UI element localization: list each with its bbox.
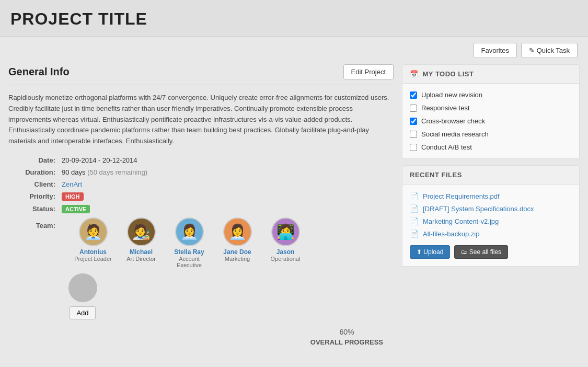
todo-card-body: Upload new revisionResponsive testCross-… bbox=[402, 84, 579, 158]
team-label: Team: bbox=[19, 222, 55, 230]
todo-checkbox[interactable] bbox=[410, 144, 417, 151]
recent-files-header: RECENT FILES bbox=[402, 166, 579, 185]
file-link[interactable]: Project Requirements.pdf bbox=[423, 192, 500, 200]
team-member[interactable]: 👩‍💻JasonOperational bbox=[264, 217, 306, 262]
right-panel: 📅 MY TODO LIST Upload new revisionRespon… bbox=[402, 64, 580, 346]
todo-checkbox[interactable] bbox=[410, 131, 417, 138]
progress-section: 60% OVERALL PROGRESS bbox=[8, 328, 394, 346]
file-icon: 📄 bbox=[410, 217, 419, 225]
page-title: PROJECT TITLE bbox=[10, 9, 578, 29]
meta-row-team: Team: 🧑‍💼AntoniusProject Leader🧑‍🎨Michae… bbox=[19, 217, 394, 319]
todo-label: Social media research bbox=[421, 130, 489, 138]
team-section: 🧑‍💼AntoniusProject Leader🧑‍🎨MichaelArt D… bbox=[72, 217, 306, 268]
file-icon: 📄 bbox=[410, 192, 419, 200]
priority-label: Priority: bbox=[19, 192, 55, 200]
left-panel: General Info Edit Project Rapidiously mo… bbox=[8, 64, 394, 346]
member-role: Project Leader bbox=[74, 256, 112, 262]
todo-item: Upload new revision bbox=[410, 91, 572, 99]
member-role: Marketing bbox=[225, 256, 250, 262]
list-item: 📄All-files-backup.zip bbox=[410, 230, 572, 238]
recent-files-card: RECENT FILES 📄Project Requirements.pdf📄[… bbox=[402, 165, 580, 267]
team-members-container: 🧑‍💼AntoniusProject Leader🧑‍🎨MichaelArt D… bbox=[62, 217, 306, 319]
files-list: 📄Project Requirements.pdf📄[DRAFT] System… bbox=[410, 192, 572, 238]
page-header: PROJECT TITLE bbox=[0, 0, 588, 37]
member-role: Account Executive bbox=[168, 256, 210, 268]
duration-label: Duration: bbox=[19, 168, 55, 176]
add-member-container: Add bbox=[62, 273, 103, 319]
avatar: 🧑‍💼 bbox=[79, 217, 108, 246]
calendar-icon: 📅 bbox=[410, 70, 419, 78]
avatar: 👩‍💼 bbox=[175, 217, 204, 246]
todo-item: Social media research bbox=[410, 130, 572, 138]
member-name: Jason bbox=[276, 248, 295, 256]
section-header: General Info Edit Project bbox=[8, 64, 394, 79]
empty-avatar bbox=[68, 273, 97, 302]
file-icon: 📄 bbox=[410, 230, 419, 238]
avatar: 👩‍💻 bbox=[271, 217, 300, 246]
status-label: Status: bbox=[19, 205, 55, 213]
todo-item: Conduct A/B test bbox=[410, 143, 572, 151]
add-member-button[interactable]: Add bbox=[70, 306, 95, 319]
recent-files-body: 📄Project Requirements.pdf📄[DRAFT] System… bbox=[402, 185, 579, 266]
team-member[interactable]: 👩‍💼Stella RayAccount Executive bbox=[168, 217, 210, 268]
files-actions: ⬆ Upload 🗂 See all files bbox=[410, 245, 572, 259]
todo-card: 📅 MY TODO LIST Upload new revisionRespon… bbox=[402, 64, 580, 159]
team-member[interactable]: 🧑‍💼AntoniusProject Leader bbox=[72, 217, 114, 262]
status-badge: ACTIVE bbox=[62, 205, 90, 213]
favorites-button[interactable]: Favorites bbox=[474, 43, 517, 58]
file-link[interactable]: Marketing Content-v2.jpg bbox=[423, 217, 499, 225]
member-role: Operational bbox=[271, 256, 301, 262]
todo-card-header: 📅 MY TODO LIST bbox=[402, 65, 579, 84]
file-link[interactable]: All-files-backup.zip bbox=[423, 230, 479, 238]
meta-table: Date: 20-09-2014 - 20-12-2014 Duration: … bbox=[19, 156, 394, 319]
progress-container: 60% OVERALL PROGRESS bbox=[310, 328, 383, 346]
duration-note: (50 days remaining) bbox=[87, 168, 147, 176]
member-name: Jane Doe bbox=[223, 248, 251, 256]
todo-item: Cross-browser check bbox=[410, 117, 572, 125]
quick-task-button[interactable]: ✎ Quick Task bbox=[521, 43, 578, 58]
upload-button[interactable]: ⬆ Upload bbox=[410, 245, 450, 259]
meta-row-duration: Duration: 90 days (50 days remaining) bbox=[19, 168, 394, 176]
description-text: Rapidiously monetize orthogonal platform… bbox=[8, 93, 394, 147]
meta-row-priority: Priority: HIGH bbox=[19, 192, 394, 201]
general-info-section: General Info Edit Project Rapidiously mo… bbox=[8, 64, 394, 346]
todo-label: Upload new revision bbox=[421, 91, 482, 99]
todo-label: Conduct A/B test bbox=[421, 143, 472, 151]
date-label: Date: bbox=[19, 156, 55, 164]
meta-row-client: Client: ZenArt bbox=[19, 180, 394, 188]
list-item: 📄[DRAFT] System Specifications.docx bbox=[410, 204, 572, 213]
main-content: General Info Edit Project Rapidiously mo… bbox=[0, 64, 588, 354]
member-name: Stella Ray bbox=[174, 248, 204, 256]
top-bar: Favorites ✎ Quick Task bbox=[0, 37, 588, 64]
file-icon: 📄 bbox=[410, 204, 419, 213]
team-member[interactable]: 🧑‍🎨MichaelArt Director bbox=[120, 217, 162, 262]
progress-percent: 60% bbox=[339, 328, 354, 336]
priority-badge: HIGH bbox=[62, 192, 84, 201]
divider bbox=[8, 85, 394, 85]
todo-checkbox[interactable] bbox=[410, 91, 417, 99]
meta-row-status: Status: ACTIVE bbox=[19, 205, 394, 213]
member-role: Art Director bbox=[126, 256, 156, 262]
todo-label: Responsive test bbox=[421, 104, 470, 112]
overall-progress-label: OVERALL PROGRESS bbox=[310, 338, 383, 346]
todo-item: Responsive test bbox=[410, 104, 572, 112]
todo-checkbox[interactable] bbox=[410, 105, 417, 112]
member-name: Michael bbox=[130, 248, 153, 256]
list-item: 📄Project Requirements.pdf bbox=[410, 192, 572, 200]
list-item: 📄Marketing Content-v2.jpg bbox=[410, 217, 572, 225]
client-label: Client: bbox=[19, 180, 55, 188]
client-link[interactable]: ZenArt bbox=[62, 180, 82, 188]
date-value: 20-09-2014 - 20-12-2014 bbox=[62, 156, 137, 164]
see-all-button[interactable]: 🗂 See all files bbox=[454, 245, 508, 259]
avatar: 👩‍💼 bbox=[223, 217, 252, 246]
todo-label: Cross-browser check bbox=[421, 117, 485, 125]
member-name: Antonius bbox=[79, 248, 107, 256]
team-member[interactable]: 👩‍💼Jane DoeMarketing bbox=[216, 217, 258, 262]
edit-project-button[interactable]: Edit Project bbox=[343, 64, 394, 79]
meta-row-date: Date: 20-09-2014 - 20-12-2014 bbox=[19, 156, 394, 164]
section-title: General Info bbox=[8, 66, 70, 78]
todo-checkbox[interactable] bbox=[410, 118, 417, 125]
avatar: 🧑‍🎨 bbox=[127, 217, 156, 246]
duration-value: 90 days (50 days remaining) bbox=[62, 168, 147, 176]
file-link[interactable]: [DRAFT] System Specifications.docx bbox=[423, 205, 534, 213]
